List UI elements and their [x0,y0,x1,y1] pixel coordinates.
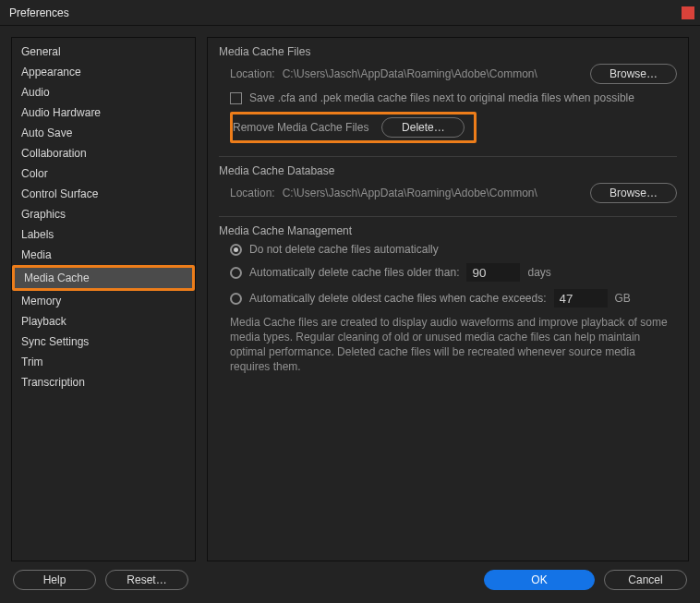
gb-suffix: GB [615,292,631,305]
sidebar-item-media[interactable]: Media [12,245,195,265]
location-label: Location: [230,67,275,80]
highlight-media-cache: Media Cache [12,265,195,291]
ok-button[interactable]: OK [484,570,595,590]
sidebar-item-playback[interactable]: Playback [12,311,195,332]
sidebar-item-auto-save[interactable]: Auto Save [12,123,195,143]
section-cache-management: Media Cache Management Do not delete cac… [219,224,677,374]
section-cache-files: Media Cache Files Location: C:\Users\Jas… [219,45,677,143]
sidebar-item-graphics[interactable]: Graphics [12,204,195,224]
radio-delete-older-than[interactable] [230,267,242,279]
sidebar-item-memory[interactable]: Memory [12,291,195,311]
section-title: Media Cache Files [219,45,677,58]
browse-button[interactable]: Browse… [590,64,677,84]
sidebar-item-audio-hardware[interactable]: Audio Hardware [12,103,195,123]
radio-label: Automatically delete cache files older t… [249,266,459,279]
titlebar: Preferences [0,0,700,26]
window-title: Preferences [9,6,682,19]
radio-label: Automatically delete oldest cache files … [249,292,547,305]
cancel-button[interactable]: Cancel [604,570,687,590]
sidebar-item-trim[interactable]: Trim [12,352,195,372]
days-suffix: days [527,266,550,279]
help-button[interactable]: Help [13,570,96,590]
radio-do-not-delete[interactable] [230,244,242,256]
radio-delete-when-exceeds[interactable] [230,293,242,305]
sidebar-item-general[interactable]: General [12,42,195,62]
sidebar-item-control-surface[interactable]: Control Surface [12,184,195,204]
sidebar-item-collaboration[interactable]: Collaboration [12,143,195,163]
save-next-to-label: Save .cfa and .pek media cache files nex… [249,91,634,104]
reset-button[interactable]: Reset… [105,570,188,590]
delete-button[interactable]: Delete… [381,117,465,138]
browse-button[interactable]: Browse… [590,183,677,203]
management-info: Media Cache files are created to display… [230,315,673,374]
section-cache-db: Media Cache Database Location: C:\Users\… [219,164,677,203]
sidebar-item-appearance[interactable]: Appearance [12,62,195,82]
sidebar-item-audio[interactable]: Audio [12,82,195,103]
highlight-remove-cache: Remove Media Cache Files Delete… [230,112,477,143]
dialog-footer: Help Reset… OK Cancel [0,561,700,598]
gb-input[interactable] [554,289,608,308]
section-title: Media Cache Database [219,164,677,177]
preferences-sidebar: General Appearance Audio Audio Hardware … [11,37,196,561]
sidebar-item-media-cache[interactable]: Media Cache [15,268,192,288]
sidebar-item-labels[interactable]: Labels [12,224,195,245]
radio-label: Do not delete cache files automatically [249,243,439,256]
cache-files-path: C:\Users\Jasch\AppData\Roaming\Adobe\Com… [283,67,583,80]
sidebar-item-transcription[interactable]: Transcription [12,372,195,392]
sidebar-item-sync-settings[interactable]: Sync Settings [12,332,195,352]
days-input[interactable] [466,263,520,282]
section-title: Media Cache Management [219,224,677,237]
preferences-main: Media Cache Files Location: C:\Users\Jas… [207,37,689,561]
sidebar-item-color[interactable]: Color [12,163,195,184]
location-label: Location: [230,187,275,199]
cache-db-path: C:\Users\Jasch\AppData\Roaming\Adobe\Com… [283,187,583,199]
remove-cache-label: Remove Media Cache Files [233,121,368,134]
save-next-to-checkbox[interactable] [230,92,242,104]
close-icon[interactable] [682,6,694,19]
